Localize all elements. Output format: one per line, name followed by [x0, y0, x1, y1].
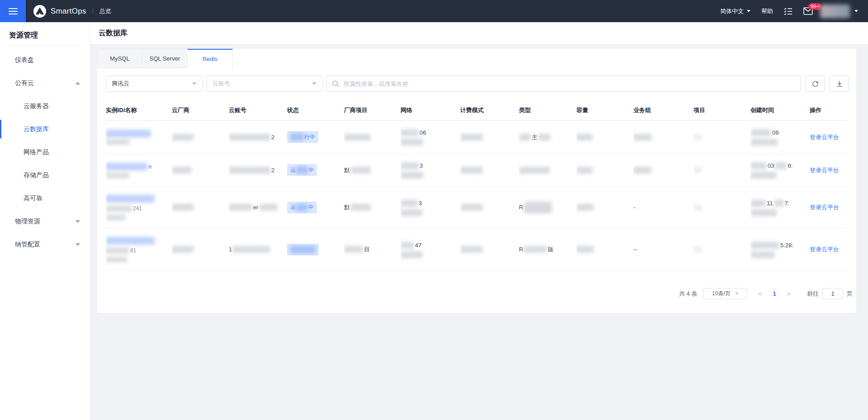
sidebar-item-公有云[interactable]: 公有云 [0, 71, 90, 94]
visible-fragment: 2 [271, 166, 274, 175]
sidebar-item-仪表盘[interactable]: 仪表盘 [0, 48, 90, 71]
avatar[interactable] [820, 5, 850, 18]
sidebar-item-云服务器[interactable]: 云服务器 [0, 94, 90, 118]
cell-vendor-project [344, 121, 401, 154]
visible-fragment: 7: [785, 199, 790, 208]
todo-list-icon[interactable] [784, 7, 793, 15]
cell-capacity [576, 121, 633, 154]
cell-line [460, 204, 515, 211]
sidebar-menu: 仪表盘公有云云服务器云数据库网络产品存储产品高可靠物理资源纳管配置 [0, 46, 90, 256]
cell-account: 1 [229, 228, 287, 271]
cell-vendor-project: 默 [344, 154, 401, 187]
cell-status: 行中 [287, 121, 344, 154]
vendor-select[interactable]: 腾讯云 [106, 76, 203, 92]
cell-line: 3 [401, 199, 457, 208]
cell-line [693, 205, 747, 210]
login-cloud-platform-link[interactable]: 登录云平台 [810, 245, 839, 254]
refresh-button[interactable] [806, 76, 825, 92]
cell-status: 运中 [287, 187, 344, 228]
cell-line [750, 172, 806, 179]
cell-created: 036: [750, 154, 810, 187]
chevron-down-icon[interactable] [854, 10, 858, 12]
login-cloud-platform-link[interactable]: 登录云平台 [810, 166, 839, 175]
table-row: 811目47R版--5:28:登录云平台 [106, 228, 848, 271]
cell-line [106, 130, 168, 137]
hamburger-menu-button[interactable] [0, 0, 26, 22]
help-link[interactable]: 帮助 [761, 7, 773, 15]
brand-name: SmartOps [51, 7, 86, 16]
redacted-block [106, 173, 129, 178]
redacted-block [750, 172, 777, 179]
table-row: n2运中默3036:登录云平台 [106, 154, 848, 187]
cell-biz-group [633, 121, 693, 154]
cell-line [576, 246, 630, 253]
language-selector[interactable]: 简体中文 [720, 7, 750, 15]
tab-Redis[interactable]: Redis [188, 49, 233, 68]
visible-fragment: 默 [344, 166, 350, 175]
sidebar-item-网络产品[interactable]: 网络产品 [0, 141, 90, 164]
redacted-block [460, 134, 483, 141]
prev-page-button[interactable]: < [753, 290, 767, 297]
visible-fragment: 3 [420, 161, 423, 170]
cell-line: 1 [229, 245, 283, 254]
cell-instance [106, 121, 172, 154]
redacted-block [401, 139, 423, 146]
cell-created: 5:28: [750, 228, 810, 271]
redacted-block [750, 251, 775, 258]
table-row: 241er运中默3R-117:登录云平台 [106, 187, 848, 228]
status-badge: 行中 [287, 131, 318, 143]
tab-SQL Server[interactable]: SQL Server [142, 49, 188, 68]
cell-line [287, 244, 340, 255]
cell-account: er [229, 187, 287, 228]
cell-line: 默 [344, 166, 397, 175]
next-page-button[interactable]: > [782, 290, 796, 297]
cell-biz-group: - [633, 187, 693, 228]
visible-fragment: 默 [344, 203, 350, 212]
cell-capacity [576, 154, 633, 187]
visible-fragment: 5:28: [780, 241, 793, 250]
page-size-select[interactable]: 10条/页 [703, 288, 747, 299]
nav-item-overview[interactable]: 总览 [99, 7, 111, 15]
current-page[interactable]: 1 [768, 290, 782, 297]
login-cloud-platform-link[interactable]: 登录云平台 [810, 133, 839, 142]
redacted-block [290, 133, 304, 141]
sidebar: 资源管理 仪表盘公有云云服务器云数据库网络产品存储产品高可靠物理资源纳管配置 [0, 22, 90, 420]
sidebar-item-物理资源[interactable]: 物理资源 [0, 210, 90, 233]
sidebar-item-云数据库[interactable]: 云数据库 [0, 118, 90, 141]
visible-fragment: 09 [772, 128, 778, 137]
page-size-value: 10条/页 [712, 290, 731, 297]
account-select[interactable]: 云账号 [207, 76, 322, 92]
cell-line [172, 204, 225, 211]
sidebar-item-label: 云数据库 [24, 125, 49, 133]
cell-network: 3 [401, 154, 460, 187]
download-button[interactable] [830, 76, 849, 92]
messages-button[interactable]: 99+ [803, 7, 813, 15]
redacted-block [519, 134, 531, 141]
cell-line [750, 209, 806, 216]
redacted-block [460, 204, 483, 211]
cell-line [401, 139, 457, 146]
sidebar-item-高可靠[interactable]: 高可靠 [0, 187, 90, 210]
search-input[interactable] [343, 80, 795, 88]
redacted-block [576, 246, 594, 253]
cell-capacity [576, 187, 633, 228]
tab-MySQL[interactable]: MySQL [97, 49, 142, 68]
redacted-block [259, 204, 278, 211]
goto-suffix: 页 [847, 290, 853, 298]
redacted-block [106, 248, 129, 254]
column-header-vendor: 云厂商 [172, 102, 229, 121]
visible-fragment: 81 [130, 246, 136, 255]
sidebar-item-存储产品[interactable]: 存储产品 [0, 164, 90, 187]
goto-page-input[interactable] [822, 288, 843, 299]
column-header-account: 云账号 [229, 102, 287, 121]
redacted-block [519, 167, 550, 174]
redacted-block [750, 242, 779, 249]
cell-action: 登录云平台 [810, 228, 848, 271]
visible-fragment: 3 [419, 199, 422, 208]
login-cloud-platform-link[interactable]: 登录云平台 [810, 203, 839, 212]
visible-fragment: 11 [767, 199, 773, 208]
cell-line: 登录云平台 [810, 166, 844, 175]
cell-line: 默 [344, 203, 397, 212]
cell-line [106, 173, 168, 178]
sidebar-item-纳管配置[interactable]: 纳管配置 [0, 233, 90, 256]
